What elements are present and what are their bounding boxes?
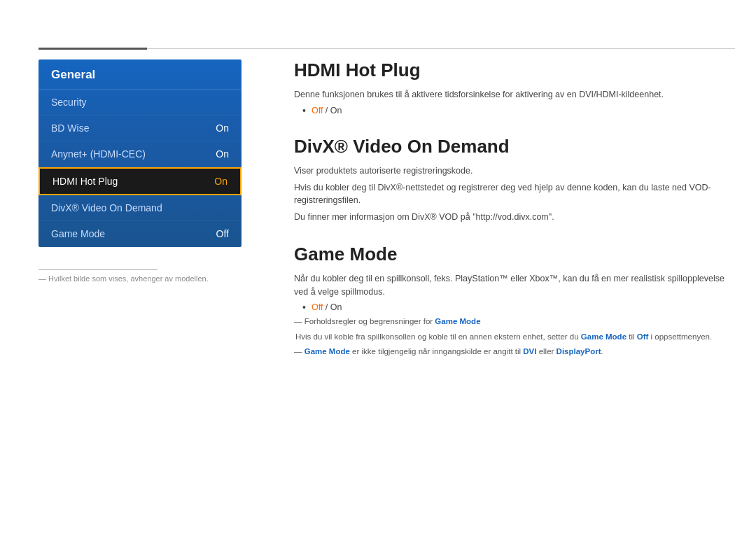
divx-desc3: Du finner mer informasjon om DivX® VOD p… bbox=[294, 211, 728, 224]
top-line-light bbox=[147, 48, 735, 49]
main-content: HDMI Hot Plug Denne funksjonen brukes ti… bbox=[294, 59, 728, 377]
hdmi-off-text: Off bbox=[312, 106, 323, 115]
bottom-note-line bbox=[38, 269, 158, 270]
game-mode-note2-off: Off bbox=[637, 332, 649, 341]
sidebar-item-hdmi-value: On bbox=[214, 176, 227, 187]
sidebar-item-game-mode-value: Off bbox=[216, 228, 229, 239]
game-mode-bullet-text: Off / On bbox=[312, 302, 342, 312]
sidebar-item-hdmi-label: HDMI Hot Plug bbox=[52, 176, 118, 187]
bullet-dot-hdmi: • bbox=[302, 105, 306, 116]
game-on-text: On bbox=[330, 302, 342, 312]
hdmi-on-text: On bbox=[330, 106, 342, 115]
sidebar-item-game-mode-label: Game Mode bbox=[51, 228, 105, 239]
divx-title: DivX® Video On Demand bbox=[294, 136, 728, 157]
section-hdmi-hot-plug: HDMI Hot Plug Denne funksjonen brukes ti… bbox=[294, 59, 728, 116]
sidebar-item-divx[interactable]: DivX® Video On Demand bbox=[38, 195, 241, 221]
sidebar-item-security-label: Security bbox=[51, 97, 87, 108]
game-mode-note2-prefix: Hvis du vil koble fra spillkonsollen og … bbox=[295, 332, 581, 341]
game-mode-note1: ― Forholdsregler og begrensninger for Ga… bbox=[294, 316, 728, 328]
hdmi-hot-plug-desc: Denne funksjonen brukes til å aktivere t… bbox=[294, 88, 728, 101]
bottom-note-area: ― Hvilket bilde som vises, avhenger av m… bbox=[38, 269, 241, 283]
section-game-mode: Game Mode Når du kobler deg til en spill… bbox=[294, 244, 728, 358]
sidebar-item-bdwise-value: On bbox=[216, 122, 229, 134]
sidebar-item-bdwise-label: BD Wise bbox=[51, 122, 89, 134]
sidebar-item-anynet-value: On bbox=[216, 148, 229, 160]
game-mode-note3-dvi: DVI bbox=[523, 347, 536, 356]
game-mode-note2-mid: til bbox=[626, 332, 637, 341]
game-mode-note3-link: Game Mode bbox=[304, 347, 350, 356]
game-mode-note1-link: Game Mode bbox=[435, 317, 480, 325]
bottom-note-text: ― Hvilket bilde som vises, avhenger av m… bbox=[38, 274, 241, 283]
game-mode-bullet: • Off / On bbox=[302, 302, 728, 313]
game-mode-note3-suffix: . bbox=[601, 347, 603, 356]
game-off-text: Off bbox=[312, 302, 323, 312]
game-mode-note3: ― Game Mode er ikke tilgjengelig når inn… bbox=[294, 346, 728, 358]
sidebar-item-divx-label: DivX® Video On Demand bbox=[51, 202, 162, 213]
sidebar-menu: General Security BD Wise On Anynet+ (HDM… bbox=[38, 59, 241, 247]
game-mode-note3-or: eller bbox=[536, 347, 556, 356]
top-divider bbox=[38, 48, 735, 50]
divx-desc2: Hvis du kobler deg til DivX®-nettstedet … bbox=[294, 181, 728, 208]
sidebar-item-game-mode[interactable]: Game Mode Off bbox=[38, 221, 241, 247]
game-mode-note3-mid: er ikke tilgjengelig når inngangskilde e… bbox=[350, 347, 523, 356]
game-mode-note3-prefix: ― bbox=[294, 347, 304, 356]
divx-desc1: Viser produktets autoriserte registrerin… bbox=[294, 164, 728, 178]
game-mode-note3-dp: DisplayPort bbox=[556, 347, 601, 356]
bullet-dot-game: • bbox=[302, 302, 306, 313]
sidebar-item-anynet[interactable]: Anynet+ (HDMI-CEC) On bbox=[38, 141, 241, 167]
game-mode-title: Game Mode bbox=[294, 244, 728, 265]
sidebar-header: General bbox=[38, 59, 241, 90]
hdmi-hot-plug-title: HDMI Hot Plug bbox=[294, 59, 728, 81]
sidebar-item-hdmi-hot-plug[interactable]: HDMI Hot Plug On bbox=[38, 167, 241, 195]
game-mode-note1-prefix: ― Forholdsregler og begrensninger for bbox=[294, 317, 435, 325]
top-line-dark bbox=[38, 48, 147, 50]
hdmi-off-label: Off / On bbox=[312, 106, 342, 115]
game-mode-note2-link: Game Mode bbox=[581, 332, 626, 341]
hdmi-hot-plug-bullet: • Off / On bbox=[302, 105, 728, 116]
game-mode-desc: Når du kobler deg til en spillkonsoll, f… bbox=[294, 272, 728, 299]
game-mode-note2: Hvis du vil koble fra spillkonsollen og … bbox=[295, 331, 728, 343]
section-divx: DivX® Video On Demand Viser produktets a… bbox=[294, 136, 728, 224]
sidebar-item-bdwise[interactable]: BD Wise On bbox=[38, 115, 241, 141]
game-mode-note2-suffix: i oppsettmenyen. bbox=[648, 332, 712, 341]
sidebar-item-anynet-label: Anynet+ (HDMI-CEC) bbox=[51, 148, 146, 160]
sidebar-item-security[interactable]: Security bbox=[38, 90, 241, 115]
